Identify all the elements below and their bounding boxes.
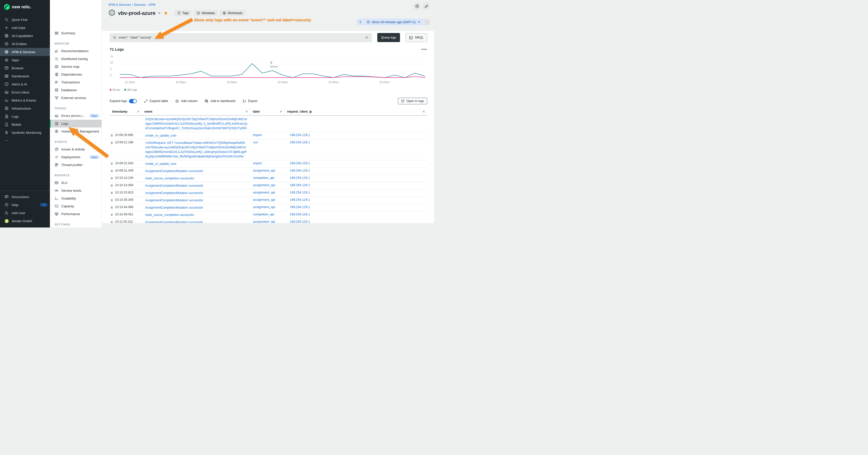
- subnav-item-vulnerability-management[interactable]: Vulnerability Management: [50, 128, 101, 135]
- sidebar-item-alerts-ai[interactable]: Alerts & AI: [0, 80, 50, 88]
- cell-label-link[interactable]: assignment_api: [250, 205, 284, 210]
- table-row[interactable]: 10:09:22.196<ASGIRequest: GET '/sso/call…: [110, 139, 427, 160]
- column-header-request-client-ip[interactable]: request_client_ip: [284, 108, 427, 115]
- cell-request-client-ip-link[interactable]: 169.254.129.1: [284, 162, 427, 166]
- subnav-item-sla[interactable]: SLA: [50, 179, 101, 187]
- favorite-star-icon[interactable]: [163, 11, 168, 15]
- table-row[interactable]: 10:10:49.051mark_course_completion succe…: [110, 212, 427, 219]
- breadcrumb-apm-services[interactable]: APM & Services: [108, 3, 131, 6]
- sidebar-item-add-data[interactable]: Add Data: [0, 24, 50, 32]
- subnav-item-distributed-tracing[interactable]: Distributed tracing: [50, 55, 101, 63]
- sidebar-item-apps[interactable]: Apps: [0, 56, 50, 64]
- cell-request-client-ip-link[interactable]: 169.254.129.1: [284, 213, 427, 217]
- add-column-button[interactable]: Add column: [175, 99, 197, 103]
- sidebar-item-mobile[interactable]: Mobile: [0, 121, 50, 129]
- subnav-item-scalability[interactable]: Scalability: [50, 195, 101, 202]
- table-row[interactable]: 10:10:14.094AssignmentCompletionMutation…: [110, 182, 427, 190]
- breadcrumb-services-apm[interactable]: Services - APM: [134, 3, 155, 6]
- cell-event-link[interactable]: create_or_update_user: [142, 133, 250, 138]
- cell-request-client-ip-link[interactable]: 169.254.129.1: [284, 191, 427, 195]
- cell-event-link[interactable]: AssignmentCompletionMutation successful: [142, 198, 250, 202]
- subnav-item-transactions[interactable]: Transactions: [50, 78, 101, 86]
- subnav-item-errors-errors-inb[interactable]: Errors (errors inb...New: [50, 112, 101, 120]
- subnav-item-dependencies[interactable]: Dependencies: [50, 70, 101, 78]
- cell-label-link[interactable]: assignment_api: [250, 191, 284, 195]
- add-to-dashboard-button[interactable]: Add to dashboard: [205, 99, 236, 103]
- subnav-item-external-services[interactable]: External services: [50, 94, 101, 102]
- cell-request-client-ip-link[interactable]: [284, 117, 427, 130]
- table-row[interactable]: 10:09:20.895create_or_update_userimport1…: [110, 132, 427, 139]
- sidebar-item-infrastructure[interactable]: Infrastructure: [0, 104, 50, 112]
- cell-label-link[interactable]: import: [250, 162, 284, 166]
- sidebar-item-logs[interactable]: Logs: [0, 112, 50, 121]
- expand-logs-toggle[interactable]: Expand logs: [110, 99, 137, 103]
- cell-event-link[interactable]: <ASGIRequest: GET '/sso/callback/?state=…: [142, 140, 250, 159]
- subnav-item-thread-profiler[interactable]: Thread profiler: [50, 161, 101, 169]
- time-forward-button[interactable]: [424, 19, 431, 26]
- remove-column-icon[interactable]: [279, 110, 282, 113]
- table-row[interactable]: 10:10:23.815AssignmentCompletionMutation…: [110, 190, 427, 197]
- cell-label-link[interactable]: assignment_api: [250, 184, 284, 188]
- entity-chevron-down-icon[interactable]: [158, 11, 161, 14]
- cell-label-link[interactable]: assignment_api: [250, 220, 284, 223]
- workloads-button[interactable]: Workloads: [220, 10, 245, 16]
- clear-query-icon[interactable]: [365, 36, 369, 39]
- sidebar-item-add-user[interactable]: Add User: [0, 209, 50, 217]
- cell-request-client-ip-link[interactable]: 169.254.129.1: [284, 140, 427, 159]
- cell-request-client-ip-link[interactable]: 169.254.129.1: [284, 169, 427, 173]
- tags-button[interactable]: Tags: [175, 10, 191, 16]
- cell-request-client-ip-link[interactable]: 169.254.129.1: [284, 176, 427, 181]
- cell-label-link[interactable]: sso: [250, 140, 284, 159]
- time-back-button[interactable]: [357, 19, 364, 26]
- sidebar-item-iterativ-gmbh[interactable]: Iterativ GmbH: [0, 217, 50, 225]
- export-button[interactable]: Export: [243, 99, 257, 103]
- cell-event-link[interactable]: mark_course_completion successful: [142, 176, 250, 181]
- query-logs-button[interactable]: Query logs: [377, 33, 400, 42]
- subnav-item-capacity[interactable]: Capacity: [50, 202, 101, 210]
- cell-label-link[interactable]: completion_api: [250, 213, 284, 217]
- open-in-logs-button[interactable]: Open in logs: [398, 98, 427, 104]
- table-row[interactable]: 10:11:00.311AssignmentCompletionMutation…: [110, 219, 427, 223]
- column-header-timestamp[interactable]: timestamp: [110, 108, 142, 115]
- table-row[interactable]: 10:09:22.540create_or_update_userimport1…: [110, 160, 427, 167]
- table-row[interactable]: 10:10:44.066AssignmentCompletionMutation…: [110, 204, 427, 212]
- cell-label-link[interactable]: [250, 117, 284, 130]
- legend-item-errors[interactable]: Errors: [110, 88, 120, 91]
- logs-chart[interactable]: 05101510:15am10:20am10:25am10:30am10:35a…: [110, 56, 427, 85]
- metadata-button[interactable]: Metadata: [194, 10, 217, 16]
- cell-event-link[interactable]: create_or_update_user: [142, 162, 250, 166]
- cell-event-link[interactable]: AssignmentCompletionMutation successful: [142, 184, 250, 188]
- sidebar-item-apm-services[interactable]: APM & Services: [0, 48, 50, 56]
- cell-label-link[interactable]: import: [250, 133, 284, 138]
- copy-link-button[interactable]: [423, 2, 430, 10]
- cell-request-client-ip-link[interactable]: 169.254.129.1: [284, 205, 427, 210]
- sidebar-item-errors-inbox[interactable]: Errors Inbox: [0, 88, 50, 96]
- column-header-label[interactable]: label: [250, 108, 284, 115]
- subnav-item-databases[interactable]: Databases: [50, 86, 101, 94]
- remove-column-icon[interactable]: [245, 110, 248, 113]
- nrql-button[interactable]: NRQL: [405, 33, 427, 42]
- remove-column-icon[interactable]: [423, 110, 425, 113]
- cell-request-client-ip-link[interactable]: 169.254.129.1: [284, 198, 427, 202]
- sidebar-item-help[interactable]: Help70: [0, 201, 50, 209]
- subnav-item-performance[interactable]: Performance: [50, 210, 101, 218]
- subnav-item-issues-activity[interactable]: Issues & activity: [50, 145, 101, 153]
- table-row[interactable]: 10:09:31.439AssignmentCompletionMutation…: [110, 167, 427, 175]
- sidebar-item-all-capabilities[interactable]: All Capabilities: [0, 32, 50, 40]
- subnav-item-summary[interactable]: Summary: [50, 29, 101, 37]
- cell-event-link[interactable]: AssignmentCompletionMutation successful: [142, 205, 250, 210]
- panel-more-menu[interactable]: •••: [422, 48, 427, 51]
- table-row[interactable]: JUQVU&code=eyJraWQiOiJjcGltY29yZV8wOTI1M…: [110, 116, 427, 132]
- subnav-item-deployments[interactable]: DeploymentsNew: [50, 153, 101, 161]
- legend-item-all-logs[interactable]: All Logs: [124, 88, 137, 91]
- time-picker[interactable]: Since 30 minutes ago (GMT+2): [357, 19, 431, 26]
- table-row[interactable]: 10:10:13.235mark_course_completion succe…: [110, 175, 427, 182]
- cell-request-client-ip-link[interactable]: 169.254.129.1: [284, 133, 427, 138]
- cell-request-client-ip-link[interactable]: 169.254.129.1: [284, 184, 427, 188]
- cell-event-link[interactable]: mark_course_completion successful: [142, 213, 250, 217]
- sidebar-item-synthetic-monitoring[interactable]: Synthetic Monitoring: [0, 129, 50, 136]
- log-query-input[interactable]: event:* -"label":"security": [110, 33, 372, 42]
- sidebar-item-metrics-events[interactable]: Metrics & Events: [0, 96, 50, 104]
- subnav-item-recommendations[interactable]: Recommendations: [50, 47, 101, 55]
- expand-table-button[interactable]: Expand table: [144, 99, 168, 103]
